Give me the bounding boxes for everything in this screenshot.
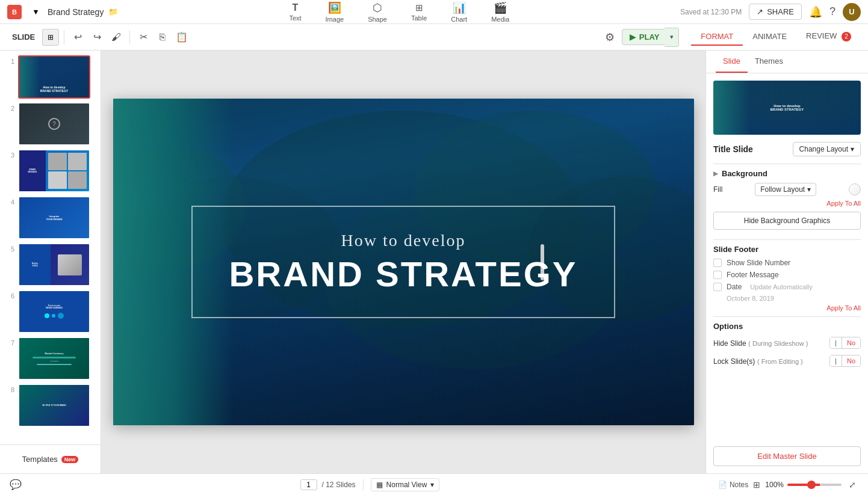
- slide-1-thumb-text: How to developBRAND STRATEGY: [22, 85, 87, 93]
- slide-thumbnail-7[interactable]: Maintain Consistency Add Emotion: [18, 337, 90, 380]
- footer-message-row: Footer Message: [713, 271, 861, 279]
- undo-button[interactable]: ↩: [69, 29, 86, 46]
- tab-format[interactable]: FORMAT: [691, 28, 743, 46]
- settings-button[interactable]: ⚙: [600, 28, 619, 47]
- change-layout-label: Change Layout: [799, 145, 848, 153]
- chevron-down-icon: ▾: [34, 7, 38, 16]
- right-tab-group: Slide Themes: [706, 51, 868, 73]
- edit-master-slide-button[interactable]: Edit Master Slide: [713, 446, 861, 466]
- slide-thumbnail-3[interactable]: BRANDMESSAGE: [18, 149, 90, 192]
- fill-color-swatch[interactable]: [849, 183, 861, 195]
- hide-background-graphics-button[interactable]: Hide Background Graphics: [713, 212, 861, 230]
- templates-button[interactable]: Templates New: [15, 451, 86, 467]
- secondary-toolbar: SLIDE ⊞ ↩ ↪ 🖌 ✂ ⎘ 📋 ⚙ ▶ PLAY ▾ FORMAT AN…: [0, 24, 868, 51]
- toolbar-table[interactable]: ⊞ Table: [406, 0, 432, 24]
- footer-message-checkbox[interactable]: [713, 271, 722, 279]
- templates-label: Templates: [22, 455, 58, 464]
- notifications-icon[interactable]: 🔔: [809, 5, 822, 19]
- slide-thumbnail-6[interactable]: Focus on yourTARGET AUDIENCE: [18, 290, 90, 333]
- slide-background: How to develop BRAND STRATEGY: [113, 99, 694, 425]
- slide-item-5[interactable]: 5 Build aVOICE: [5, 243, 96, 286]
- panel-thumb: How to developBRAND STRATEGY: [713, 81, 861, 135]
- page-total-label: / 12 Slides: [322, 481, 356, 489]
- layout-icon[interactable]: ⊞: [753, 480, 760, 490]
- play-dropdown-button[interactable]: ▾: [665, 28, 679, 47]
- chevron-down-icon-fill: ▾: [807, 185, 811, 194]
- right-tab-themes-label: Themes: [755, 57, 783, 66]
- slide-thumbnail-8[interactable]: BE TRUE TO YOUR BRAND: [18, 384, 90, 427]
- slide-list: 1 How to developBRAND STRATEGY 2 ?: [0, 51, 101, 444]
- date-value-hint: October 8, 2019: [727, 295, 861, 302]
- page-number-input[interactable]: [300, 479, 317, 490]
- slide-thumbnail-2[interactable]: ?: [18, 102, 90, 146]
- hide-slide-label-wrap: Hide Slide ( During Slideshow ): [713, 339, 808, 348]
- lock-slide-label-wrap: Lock Slide(s) ( From Editing ): [713, 357, 803, 366]
- toolbar-text[interactable]: T Text: [284, 0, 306, 24]
- share-button[interactable]: ↗ SHARE: [749, 4, 802, 20]
- main-toolbar: T Text 🖼️ Image ⬡ Shape ⊞ Table 📊 Chart …: [123, 0, 675, 25]
- slide-thumbnail-5[interactable]: Build aVOICE: [18, 243, 90, 286]
- slide-content-box[interactable]: How to develop BRAND STRATEGY: [191, 206, 615, 319]
- slide-item-6[interactable]: 6 Focus on yourTARGET AUDIENCE: [5, 290, 96, 333]
- view-mode-button[interactable]: ▦ Normal View ▾: [371, 478, 440, 491]
- tab-review[interactable]: REVIEW 2: [796, 28, 861, 46]
- slide-button[interactable]: SLIDE: [7, 30, 40, 44]
- slide-item-3[interactable]: 3 BRANDMESSAGE: [5, 149, 96, 192]
- fit-to-screen-button[interactable]: ⤢: [846, 479, 858, 491]
- lock-slide-label: Lock Slide(s): [713, 357, 755, 366]
- slide-item-2[interactable]: 2 ?: [5, 102, 96, 146]
- toolbar-image[interactable]: 🖼️ Image: [321, 0, 349, 25]
- toolbar-chart[interactable]: 📊 Chart: [446, 0, 472, 25]
- lock-slide-toggle-divider[interactable]: |: [830, 355, 842, 366]
- toolbar-shape[interactable]: ⬡ Shape: [363, 0, 392, 25]
- copy-button[interactable]: ⎘: [154, 29, 171, 46]
- cut-button[interactable]: ✂: [135, 29, 152, 46]
- date-label: Date: [727, 283, 742, 291]
- slide-item-4[interactable]: 4 IntegrateYOUR BRAND: [5, 196, 96, 239]
- notes-button[interactable]: 📄 Notes: [718, 481, 748, 489]
- edit-master-label: Edit Master Slide: [757, 452, 816, 461]
- change-layout-button[interactable]: Change Layout ▾: [793, 142, 861, 156]
- hide-slide-toggle[interactable]: | No: [829, 337, 861, 349]
- paint-format-button[interactable]: 🖌: [108, 29, 125, 46]
- show-slide-number-checkbox[interactable]: [713, 259, 722, 267]
- tab-animate-label: ANIMATE: [752, 32, 787, 41]
- layout-toggle-button[interactable]: ⊞: [42, 29, 59, 46]
- play-button[interactable]: ▶ PLAY: [622, 29, 667, 45]
- lock-slide-toggle[interactable]: | No: [829, 355, 861, 367]
- slide-canvas[interactable]: How to develop BRAND STRATEGY: [113, 99, 694, 425]
- toolbar-media[interactable]: 🎬 Media: [486, 0, 514, 25]
- date-row: Date Update Automatically: [713, 283, 861, 291]
- slide-number-3: 3: [5, 152, 14, 159]
- hide-slide-toggle-divider[interactable]: |: [830, 337, 842, 348]
- right-tab-slide[interactable]: Slide: [716, 51, 748, 73]
- apply-to-all-link-1[interactable]: Apply To All: [713, 200, 861, 207]
- zoom-slider[interactable]: [787, 484, 842, 486]
- show-slide-number-label: Show Slide Number: [727, 259, 790, 267]
- panel-thumb-background: How to developBRAND STRATEGY: [713, 81, 861, 135]
- slide-2-circle: ?: [48, 118, 60, 130]
- user-avatar[interactable]: U: [843, 3, 861, 21]
- slide-thumbnail-4[interactable]: IntegrateYOUR BRAND: [18, 196, 90, 239]
- tab-animate[interactable]: ANIMATE: [743, 28, 796, 46]
- slide-item-7[interactable]: 7 Maintain Consistency Add Emotion: [5, 337, 96, 380]
- file-menu-button[interactable]: ▾: [26, 5, 43, 19]
- slide-number-4: 4: [5, 198, 14, 206]
- right-tab-themes[interactable]: Themes: [748, 51, 790, 73]
- hide-slide-no-button[interactable]: No: [842, 337, 860, 348]
- toolbar-media-label: Media: [491, 16, 509, 23]
- help-icon[interactable]: ?: [829, 5, 835, 18]
- lock-slide-no-button[interactable]: No: [842, 355, 860, 366]
- apply-to-all-link-2[interactable]: Apply To All: [713, 304, 861, 312]
- redo-button[interactable]: ↪: [88, 29, 105, 46]
- tab-review-label: REVIEW: [806, 31, 837, 40]
- fill-option-label: Follow Layout: [760, 185, 805, 194]
- chat-icon[interactable]: 💬: [10, 479, 22, 490]
- slide-item-1[interactable]: 1 How to developBRAND STRATEGY: [5, 55, 96, 99]
- fill-select[interactable]: Follow Layout ▾: [755, 183, 816, 196]
- slide-thumbnail-1[interactable]: How to developBRAND STRATEGY: [18, 55, 90, 99]
- right-panel: Slide Themes How to developBRAND STRATEG…: [705, 51, 868, 473]
- paste-button[interactable]: 📋: [173, 29, 190, 46]
- date-checkbox[interactable]: [713, 283, 722, 291]
- slide-item-8[interactable]: 8 BE TRUE TO YOUR BRAND: [5, 384, 96, 427]
